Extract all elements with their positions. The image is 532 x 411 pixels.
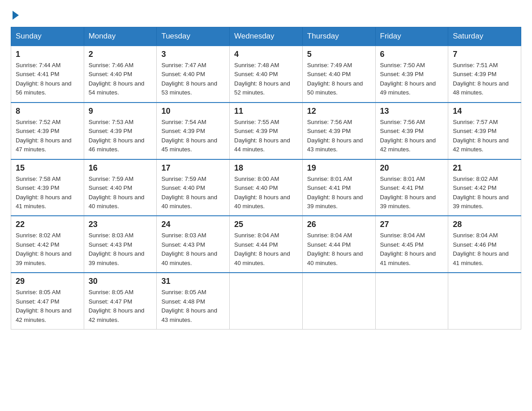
day-info: Sunrise: 8:03 AM Sunset: 4:43 PM Dayligh… xyxy=(89,231,152,268)
calendar-cell: 7 Sunrise: 7:51 AM Sunset: 4:39 PM Dayli… xyxy=(448,46,521,103)
day-number: 18 xyxy=(234,163,298,173)
calendar-cell: 6 Sunrise: 7:50 AM Sunset: 4:39 PM Dayli… xyxy=(375,46,448,103)
day-info: Sunrise: 8:05 AM Sunset: 4:48 PM Dayligh… xyxy=(161,288,225,325)
column-header-wednesday: Wednesday xyxy=(230,27,303,46)
calendar-cell: 17 Sunrise: 7:59 AM Sunset: 4:40 PM Dayl… xyxy=(157,159,230,216)
calendar-cell: 2 Sunrise: 7:46 AM Sunset: 4:40 PM Dayli… xyxy=(84,46,157,103)
day-info: Sunrise: 7:50 AM Sunset: 4:39 PM Dayligh… xyxy=(380,61,444,98)
calendar-cell: 14 Sunrise: 7:57 AM Sunset: 4:39 PM Dayl… xyxy=(448,103,521,159)
day-info: Sunrise: 7:49 AM Sunset: 4:40 PM Dayligh… xyxy=(307,61,371,98)
day-number: 21 xyxy=(453,163,516,173)
calendar-cell: 25 Sunrise: 8:04 AM Sunset: 4:44 PM Dayl… xyxy=(230,216,303,273)
column-header-friday: Friday xyxy=(375,27,448,46)
calendar-cell: 26 Sunrise: 8:04 AM Sunset: 4:44 PM Dayl… xyxy=(302,216,375,273)
calendar-cell: 27 Sunrise: 8:04 AM Sunset: 4:45 PM Dayl… xyxy=(375,216,448,273)
calendar-cell: 9 Sunrise: 7:53 AM Sunset: 4:39 PM Dayli… xyxy=(84,103,157,159)
calendar-cell: 30 Sunrise: 8:05 AM Sunset: 4:47 PM Dayl… xyxy=(84,273,157,329)
day-number: 2 xyxy=(89,50,152,59)
day-number: 10 xyxy=(161,107,225,116)
day-info: Sunrise: 8:05 AM Sunset: 4:47 PM Dayligh… xyxy=(16,288,79,325)
calendar-cell: 23 Sunrise: 8:03 AM Sunset: 4:43 PM Dayl… xyxy=(84,216,157,273)
day-info: Sunrise: 8:03 AM Sunset: 4:43 PM Dayligh… xyxy=(161,231,225,268)
day-info: Sunrise: 7:47 AM Sunset: 4:40 PM Dayligh… xyxy=(161,61,225,98)
day-number: 17 xyxy=(161,163,225,173)
day-info: Sunrise: 8:04 AM Sunset: 4:46 PM Dayligh… xyxy=(453,231,516,268)
day-info: Sunrise: 7:58 AM Sunset: 4:39 PM Dayligh… xyxy=(16,175,79,211)
day-info: Sunrise: 8:02 AM Sunset: 4:42 PM Dayligh… xyxy=(16,231,79,268)
day-number: 27 xyxy=(380,220,444,229)
calendar-cell: 8 Sunrise: 7:52 AM Sunset: 4:39 PM Dayli… xyxy=(11,103,84,159)
calendar-header-row: SundayMondayTuesdayWednesdayThursdayFrid… xyxy=(11,27,521,46)
day-number: 24 xyxy=(161,220,225,229)
column-header-monday: Monday xyxy=(84,27,157,46)
logo-arrow-icon xyxy=(13,11,19,20)
day-info: Sunrise: 8:04 AM Sunset: 4:44 PM Dayligh… xyxy=(307,231,371,268)
calendar-cell: 5 Sunrise: 7:49 AM Sunset: 4:40 PM Dayli… xyxy=(302,46,375,103)
calendar-cell: 19 Sunrise: 8:01 AM Sunset: 4:41 PM Dayl… xyxy=(302,159,375,216)
week-row-5: 29 Sunrise: 8:05 AM Sunset: 4:47 PM Dayl… xyxy=(11,273,521,329)
calendar-cell: 10 Sunrise: 7:54 AM Sunset: 4:39 PM Dayl… xyxy=(157,103,230,159)
calendar-cell: 20 Sunrise: 8:01 AM Sunset: 4:41 PM Dayl… xyxy=(375,159,448,216)
day-number: 16 xyxy=(89,163,152,173)
week-row-2: 8 Sunrise: 7:52 AM Sunset: 4:39 PM Dayli… xyxy=(11,103,521,159)
day-info: Sunrise: 7:59 AM Sunset: 4:40 PM Dayligh… xyxy=(161,175,225,211)
day-number: 14 xyxy=(453,107,516,116)
day-info: Sunrise: 8:01 AM Sunset: 4:41 PM Dayligh… xyxy=(307,175,371,211)
day-number: 30 xyxy=(89,277,152,286)
calendar-cell: 18 Sunrise: 8:00 AM Sunset: 4:40 PM Dayl… xyxy=(230,159,303,216)
day-info: Sunrise: 7:46 AM Sunset: 4:40 PM Dayligh… xyxy=(89,61,152,98)
day-number: 3 xyxy=(161,50,225,59)
calendar-table: SundayMondayTuesdayWednesdayThursdayFrid… xyxy=(11,27,521,330)
day-number: 22 xyxy=(16,220,79,229)
day-info: Sunrise: 8:05 AM Sunset: 4:47 PM Dayligh… xyxy=(89,288,152,325)
day-info: Sunrise: 7:48 AM Sunset: 4:40 PM Dayligh… xyxy=(234,61,298,98)
day-info: Sunrise: 8:04 AM Sunset: 4:45 PM Dayligh… xyxy=(380,231,444,268)
calendar-cell xyxy=(302,273,375,329)
column-header-saturday: Saturday xyxy=(448,27,521,46)
day-info: Sunrise: 8:00 AM Sunset: 4:40 PM Dayligh… xyxy=(234,175,298,211)
calendar-cell: 13 Sunrise: 7:56 AM Sunset: 4:39 PM Dayl… xyxy=(375,103,448,159)
column-header-sunday: Sunday xyxy=(11,27,84,46)
day-info: Sunrise: 7:55 AM Sunset: 4:39 PM Dayligh… xyxy=(234,118,298,154)
calendar-cell: 16 Sunrise: 7:59 AM Sunset: 4:40 PM Dayl… xyxy=(84,159,157,216)
calendar-cell xyxy=(375,273,448,329)
day-info: Sunrise: 8:02 AM Sunset: 4:42 PM Dayligh… xyxy=(453,175,516,211)
calendar-cell: 22 Sunrise: 8:02 AM Sunset: 4:42 PM Dayl… xyxy=(11,216,84,273)
day-number: 23 xyxy=(89,220,152,229)
day-number: 7 xyxy=(453,50,516,59)
calendar-cell: 1 Sunrise: 7:44 AM Sunset: 4:41 PM Dayli… xyxy=(11,46,84,103)
day-number: 25 xyxy=(234,220,298,229)
column-header-thursday: Thursday xyxy=(302,27,375,46)
week-row-1: 1 Sunrise: 7:44 AM Sunset: 4:41 PM Dayli… xyxy=(11,46,521,103)
calendar-cell: 12 Sunrise: 7:56 AM Sunset: 4:39 PM Dayl… xyxy=(302,103,375,159)
day-number: 9 xyxy=(89,107,152,116)
day-info: Sunrise: 7:53 AM Sunset: 4:39 PM Dayligh… xyxy=(89,118,152,154)
day-info: Sunrise: 7:59 AM Sunset: 4:40 PM Dayligh… xyxy=(89,175,152,211)
day-number: 13 xyxy=(380,107,444,116)
calendar-cell: 21 Sunrise: 8:02 AM Sunset: 4:42 PM Dayl… xyxy=(448,159,521,216)
calendar-cell: 28 Sunrise: 8:04 AM Sunset: 4:46 PM Dayl… xyxy=(448,216,521,273)
calendar-cell: 11 Sunrise: 7:55 AM Sunset: 4:39 PM Dayl… xyxy=(230,103,303,159)
day-number: 19 xyxy=(307,163,371,173)
day-number: 11 xyxy=(234,107,298,116)
day-info: Sunrise: 7:56 AM Sunset: 4:39 PM Dayligh… xyxy=(380,118,444,154)
calendar-cell: 31 Sunrise: 8:05 AM Sunset: 4:48 PM Dayl… xyxy=(157,273,230,329)
day-number: 12 xyxy=(307,107,371,116)
calendar-cell: 15 Sunrise: 7:58 AM Sunset: 4:39 PM Dayl… xyxy=(11,159,84,216)
calendar-cell: 29 Sunrise: 8:05 AM Sunset: 4:47 PM Dayl… xyxy=(11,273,84,329)
day-info: Sunrise: 7:56 AM Sunset: 4:39 PM Dayligh… xyxy=(307,118,371,154)
calendar-cell: 24 Sunrise: 8:03 AM Sunset: 4:43 PM Dayl… xyxy=(157,216,230,273)
day-info: Sunrise: 8:04 AM Sunset: 4:44 PM Dayligh… xyxy=(234,231,298,268)
day-info: Sunrise: 7:52 AM Sunset: 4:39 PM Dayligh… xyxy=(16,118,79,154)
column-header-tuesday: Tuesday xyxy=(157,27,230,46)
day-number: 20 xyxy=(380,163,444,173)
logo-blue-text xyxy=(11,11,19,20)
calendar-cell: 4 Sunrise: 7:48 AM Sunset: 4:40 PM Dayli… xyxy=(230,46,303,103)
logo xyxy=(11,11,19,20)
calendar-cell xyxy=(230,273,303,329)
day-number: 15 xyxy=(16,163,79,173)
day-number: 26 xyxy=(307,220,371,229)
day-number: 1 xyxy=(16,50,79,59)
week-row-3: 15 Sunrise: 7:58 AM Sunset: 4:39 PM Dayl… xyxy=(11,159,521,216)
day-info: Sunrise: 8:01 AM Sunset: 4:41 PM Dayligh… xyxy=(380,175,444,211)
